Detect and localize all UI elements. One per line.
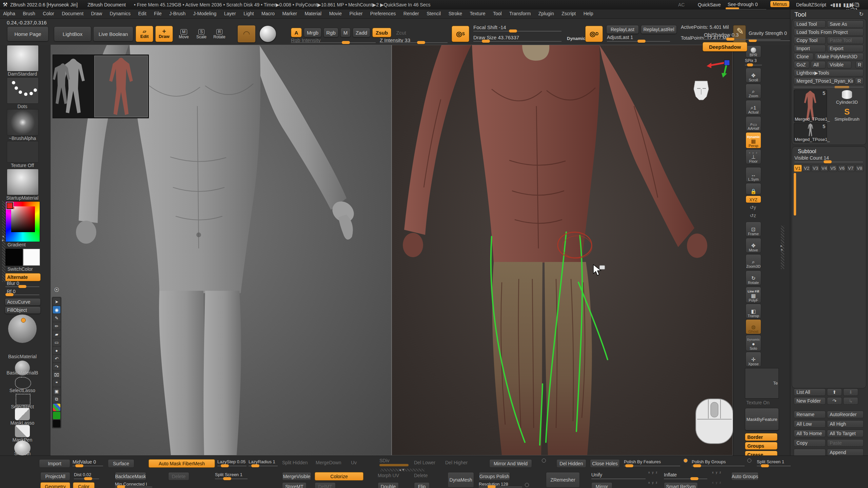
save-as-button[interactable]: Save As [827, 20, 864, 28]
rename-button[interactable]: Rename [794, 411, 826, 418]
double-button[interactable]: Double [378, 482, 399, 488]
uv-button[interactable]: Uv [351, 460, 357, 465]
menu-edit[interactable]: Edit [135, 9, 150, 16]
menu-marker[interactable]: Marker [279, 9, 300, 16]
polish-by-features-slider[interactable]: Polish By Features [624, 459, 680, 467]
unify-xyz-toggles[interactable]: x y z [648, 471, 658, 474]
minimize-icon[interactable]: ▁ [846, 2, 849, 7]
delete-uv-button[interactable]: Delete [414, 473, 428, 478]
dist-slider[interactable]: Dist 0.02 [74, 472, 99, 480]
replay-icon[interactable]: ◎D [585, 26, 603, 42]
unify-slider[interactable]: Unify [591, 472, 646, 480]
color-picker[interactable] [5, 201, 40, 242]
menu-brush[interactable]: Brush [20, 9, 38, 16]
subtool-header[interactable]: Subtool [798, 148, 816, 155]
dynamesh-button[interactable]: DynaMesh [448, 472, 474, 488]
nav-thumb-selected[interactable] [94, 56, 148, 117]
storemt-button[interactable]: StoreMT [282, 482, 307, 488]
local-symmetry-button[interactable]: ↔L.Sym [746, 167, 761, 182]
sculpt-viewport[interactable] [51, 45, 732, 455]
obj-shadow-slider[interactable]: ObjShadow 0.3 [697, 33, 781, 41]
select-lasso-icon[interactable] [15, 377, 31, 389]
menu-stencil[interactable]: Stencil [423, 9, 444, 16]
adjust-last-slider[interactable]: AdjustLast 1 [607, 35, 670, 43]
gallery-icon[interactable]: ⧉ [53, 395, 60, 403]
mirror-weld-axis-toggle[interactable] [542, 459, 546, 463]
smart-resym-xyz-toggles[interactable]: x y z [712, 481, 722, 484]
delmt-button[interactable]: DelMT [315, 482, 336, 488]
polish-by-groups-slider[interactable]: Polish By Groups [692, 459, 745, 467]
del-lower-button[interactable]: Del Lower [414, 460, 435, 465]
delete-layer-button[interactable]: Delete [168, 472, 189, 481]
lazyradius-slider[interactable]: LazyRadius 1 [249, 459, 278, 467]
paste-tool-button[interactable]: Paste Tool [827, 37, 864, 44]
menu-transform[interactable]: Transform [506, 9, 534, 16]
menus-toggle[interactable]: Menus [770, 1, 789, 7]
eraser-icon[interactable]: ▭ [53, 339, 60, 346]
texture-preview-box[interactable]: Te [745, 368, 779, 399]
rotate-view-button[interactable]: ↻Rotate [746, 270, 761, 285]
subtool-scrollbar[interactable] [794, 173, 796, 216]
fill-object-button[interactable]: FillObject [5, 306, 41, 314]
draw-size-slider[interactable]: Draw Size 43.76337 [473, 35, 561, 43]
sdiv-slider-label[interactable]: SDiv [379, 458, 390, 463]
load-tool-button[interactable]: Load Tool [794, 20, 826, 28]
menu-stroke[interactable]: Stroke [446, 9, 465, 16]
all-low-button[interactable]: All Low [794, 420, 826, 428]
projectall-button[interactable]: ProjectAll [40, 472, 70, 481]
menu-texture[interactable]: Texture [467, 9, 489, 16]
zoom-button[interactable]: ⌕Zoom [746, 84, 761, 99]
colorize-button[interactable]: Colorize [315, 472, 363, 481]
swatch-black-icon[interactable] [53, 420, 60, 427]
tool-r-button[interactable]: R [855, 77, 864, 85]
replay-last-button[interactable]: ReplayLast [606, 25, 639, 34]
mrgb-toggle[interactable]: Mrgb [304, 28, 321, 37]
mirror-xyz-toggles[interactable]: x y z [648, 481, 658, 484]
menu-light[interactable]: Light [240, 9, 257, 16]
location-pin-icon[interactable]: ☉ [52, 286, 62, 295]
active-tool-thumbnail[interactable]: 5 Merged_TPose1_ [794, 89, 827, 122]
simplebrush-tool[interactable]: S SimpleBrush [830, 108, 864, 123]
panel-reset-icon[interactable]: ↻ [859, 11, 864, 17]
subtool-tab-v6[interactable]: V6 [838, 165, 846, 172]
smart-resym-button[interactable]: Smart ReSym [664, 482, 698, 488]
mask-pen-icon[interactable] [15, 425, 30, 437]
bottom-dock-divider-arrows[interactable]: ▲▼ [399, 468, 405, 472]
quicksave-button[interactable]: QuickSave [698, 2, 721, 7]
edit-button[interactable]: ▱Edit [136, 26, 153, 42]
geometry-section-button[interactable]: Geometry [40, 482, 70, 488]
rotate-button[interactable]: RRotate [211, 27, 228, 41]
axis-gizmo[interactable] [705, 58, 731, 78]
paste-subtool-button[interactable]: Paste [827, 439, 864, 447]
polish-features-mode-toggle[interactable] [684, 459, 688, 463]
current-brush-swatch[interactable]: ◠ [237, 25, 256, 43]
xyz-symmetry-button[interactable]: XYZ [746, 196, 761, 203]
material-thumbnail[interactable] [7, 169, 39, 195]
focal-shift-slider[interactable]: Focal Shift -14 [473, 25, 561, 33]
auto-mask-fibermesh-button[interactable]: Auto Mask FiberMesh [149, 459, 215, 468]
move-into-button[interactable]: ↳ [843, 397, 858, 405]
menu-picker[interactable]: Picker [346, 9, 366, 16]
transparency-button[interactable]: ◧Transp [746, 304, 761, 319]
subtool-tab-v2[interactable]: V2 [803, 165, 811, 172]
swatch-green-icon[interactable] [53, 412, 60, 419]
mergedown-button[interactable]: MergeDown [316, 460, 341, 465]
redo-icon[interactable]: ↷ [53, 363, 60, 370]
polyframe-button[interactable]: Line Fill ▦ PolyF [746, 287, 761, 303]
stroke-thumbnail[interactable] [7, 77, 39, 104]
texture-thumbnail[interactable] [7, 141, 39, 163]
default-zscript-button[interactable]: DefaultZScript [796, 2, 826, 7]
append-button[interactable]: Append [827, 449, 864, 456]
select-rect-icon[interactable] [16, 394, 31, 405]
menu-jmodeling[interactable]: J-Modeling [190, 9, 219, 16]
move-out-button[interactable]: ↷ [827, 397, 842, 405]
load-tools-from-project-button[interactable]: Load Tools From Project [794, 28, 864, 36]
nav-thumbnails[interactable] [53, 55, 149, 118]
undo-icon[interactable]: ↶ [53, 355, 60, 362]
color-section-button[interactable]: Color [73, 482, 95, 488]
main-color-swatch[interactable] [5, 249, 22, 266]
active-tool-name[interactable]: Merged_TPose1_Ryan_Kingsli [794, 77, 853, 85]
xpose-button[interactable]: ✢Xpose [746, 352, 761, 367]
rotate-y-icon[interactable]: ↺y [750, 205, 756, 210]
deep-shadow-button[interactable]: DeepShadow [703, 42, 747, 52]
